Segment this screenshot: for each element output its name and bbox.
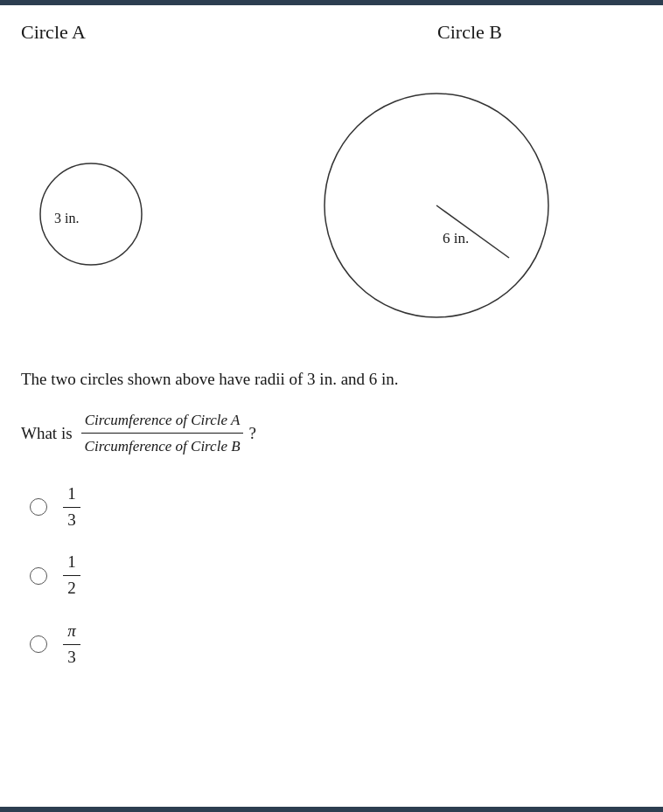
option-row-1[interactable]: 1 3: [30, 483, 642, 531]
option-2-numerator: 1: [63, 552, 80, 576]
fraction-numerator: Circumference of Circle A: [81, 410, 244, 434]
circle-a-radius-label: 3 in.: [54, 211, 79, 226]
circle-b-container: 6 in.: [301, 70, 572, 341]
radio-option-3[interactable]: [30, 635, 47, 653]
radio-option-1[interactable]: [30, 498, 47, 516]
circles-area: 3 in. 6 in.: [21, 61, 642, 341]
option-1-numerator: 1: [63, 483, 80, 508]
fraction-option-1: 1 3: [63, 483, 80, 531]
bottom-bar: [0, 807, 663, 812]
fraction-question: Circumference of Circle A Circumference …: [81, 410, 244, 458]
option-row-2[interactable]: 1 2: [30, 552, 642, 599]
option-2-denominator: 2: [63, 576, 80, 600]
circle-b-title: Circle B: [437, 21, 502, 44]
description-text: The two circles shown above have radii o…: [21, 367, 642, 392]
main-content: Circle A Circle B 3 in. 6 in. The two ci…: [0, 5, 663, 715]
fraction-option-2: 1 2: [63, 552, 80, 599]
option-3-denominator: 3: [63, 645, 80, 669]
question-row: What is Circumference of Circle A Circum…: [21, 410, 642, 458]
question-mark: ?: [249, 424, 256, 443]
circle-b-radius-label: 6 in.: [443, 230, 469, 246]
what-is-label: What is: [21, 424, 73, 443]
fraction-denominator: Circumference of Circle B: [81, 434, 244, 457]
option-row-3[interactable]: π 3: [30, 621, 642, 668]
circle-b-svg: 6 in.: [310, 79, 563, 332]
radio-option-2[interactable]: [30, 567, 47, 585]
circle-a-svg: 3 in.: [30, 153, 152, 275]
circle-a-title: Circle A: [21, 21, 86, 44]
option-3-numerator: π: [63, 621, 80, 645]
options-list: 1 3 1 2 π 3: [30, 483, 642, 689]
circles-header: Circle A Circle B: [21, 21, 642, 44]
circle-a-container: 3 in.: [21, 144, 161, 284]
fraction-option-3: π 3: [63, 621, 80, 668]
option-1-denominator: 3: [63, 508, 80, 531]
